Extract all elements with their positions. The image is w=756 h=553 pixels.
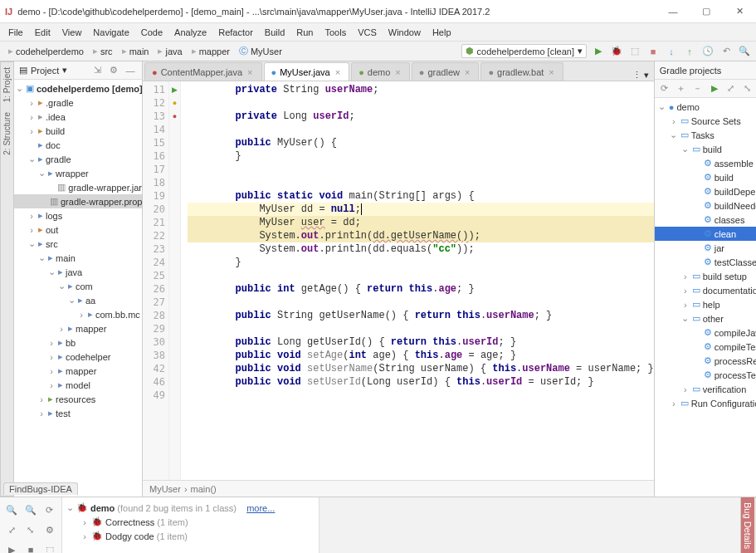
project-tree[interactable]: ⌄▣ codehelperdemo [demo] D:\co›▸ .gradle… [14, 80, 142, 497]
tree-twisty[interactable]: ⌄ [27, 238, 36, 249]
editor-tab[interactable]: ●MyUser.java× [264, 62, 350, 81]
gradle-node[interactable]: ⚙ buildNeeded [655, 198, 756, 213]
gradle-node[interactable]: ⚙ processTestResources [655, 368, 756, 382]
coverage-button[interactable]: ⬚ [628, 45, 641, 58]
editor-tab[interactable]: ●gradlew.bat× [480, 62, 563, 81]
project-node[interactable]: ›▸ model [14, 378, 142, 392]
findbugs-toolbar-button[interactable]: ▶ [3, 541, 21, 553]
menu-analyze[interactable]: Analyze [169, 26, 212, 39]
tree-twisty[interactable]: › [27, 98, 36, 108]
run-task-icon[interactable]: ▶ [708, 82, 721, 95]
history-button[interactable]: 🕓 [701, 45, 715, 58]
findbugs-toolbar-button[interactable]: ⚙ [41, 521, 58, 539]
tree-twisty[interactable]: › [27, 126, 36, 136]
tree-twisty[interactable]: ⌄ [670, 130, 678, 140]
attach-icon[interactable]: ＋ [675, 82, 688, 95]
project-node[interactable]: ›▸ mapper [14, 321, 142, 335]
chevron-down-icon[interactable]: ▾ [62, 65, 67, 76]
editor-tab[interactable]: ●ContentMapper.java× [144, 62, 262, 81]
code-editor[interactable]: private String userName; private Long us… [181, 81, 654, 480]
tree-twisty[interactable]: ⌄ [16, 83, 23, 94]
findbugs-tree[interactable]: ⌄ 🐞 demo (found 2 bug items in 1 class) … [62, 497, 319, 553]
tree-twisty[interactable]: ⌄ [27, 154, 36, 164]
gradle-node[interactable]: ›▭ Run Configurations [655, 396, 756, 410]
gradle-node[interactable]: ⚙ classes [655, 213, 756, 227]
editor-tab[interactable]: ●gradlew× [412, 62, 480, 81]
project-node[interactable]: ⌄▸ aa [14, 293, 142, 307]
findbugs-category[interactable]: ›🐞 Correctness (1 item) [66, 515, 315, 529]
gradle-tree[interactable]: ⌄● demo›▭ Source Sets⌄▭ Tasks⌄▭ build ⚙ … [655, 98, 756, 497]
gradle-node[interactable]: ⚙ jar [655, 241, 756, 255]
menu-build[interactable]: Build [260, 26, 290, 39]
close-button[interactable]: ✕ [723, 0, 756, 23]
tree-twisty[interactable]: › [27, 225, 36, 235]
minimize-button[interactable]: — [656, 0, 690, 23]
editor-breadcrumb[interactable]: MyUser › main() [143, 480, 654, 497]
tree-twisty[interactable]: ⌄ [37, 168, 46, 179]
project-root[interactable]: codehelperdemo [demo] [37, 84, 142, 94]
menu-run[interactable]: Run [291, 26, 318, 39]
breadcrumb-item[interactable]: ▸src [90, 45, 116, 57]
tree-twisty[interactable]: ⌄ [47, 267, 56, 277]
crumb-method[interactable]: main() [191, 484, 217, 494]
project-node[interactable]: ›▸ com.bb.mc [14, 307, 142, 321]
breadcrumb-item[interactable]: ▸mapper [188, 45, 233, 57]
findbugs-toolbar-button[interactable]: 🔍 [3, 501, 21, 519]
project-node[interactable]: ⌄▸ gradle [14, 152, 142, 166]
project-node[interactable]: ›▸ build [14, 124, 142, 138]
findbugs-toolbar-button[interactable]: ⟳ [41, 501, 58, 519]
project-node[interactable]: ⌄▸ java [14, 265, 142, 279]
project-node[interactable]: ▥ gradle-wrapper.jar [14, 180, 142, 194]
project-node[interactable]: ›▸ mapper [14, 364, 142, 378]
debug-button[interactable]: 🐞 [610, 45, 623, 58]
gradle-node[interactable]: ›▭ build setup [655, 269, 756, 283]
findbugs-toolbar-button[interactable]: 🔍 [22, 501, 40, 519]
gradle-node[interactable]: ⚙ compileTestJava [655, 340, 756, 354]
project-node[interactable]: ›▸ bb [14, 335, 142, 350]
gradle-node[interactable]: ⚙ compileJava [655, 325, 756, 340]
revert-button[interactable]: ↶ [719, 45, 733, 58]
left-tab-project[interactable]: 1: Project [1, 62, 13, 107]
findbugs-more-link[interactable]: more... [246, 503, 275, 513]
tree-twisty[interactable]: ⌄ [66, 502, 74, 513]
menu-tools[interactable]: Tools [319, 26, 351, 39]
run-button[interactable]: ▶ [592, 45, 605, 58]
tree-twisty[interactable]: › [37, 409, 46, 418]
search-icon[interactable]: 🔍 [738, 45, 751, 58]
gradle-node[interactable]: ⌄▭ other [655, 311, 756, 325]
project-node[interactable]: ⌄▸ com [14, 279, 142, 293]
menu-view[interactable]: View [57, 26, 87, 39]
tree-twisty[interactable]: ⌄ [37, 252, 46, 263]
run-config-selector[interactable]: ⬢ codehelperdemo [clean] ▾ [461, 44, 587, 58]
tree-twisty[interactable]: › [37, 394, 46, 404]
findbugs-toolbar-button[interactable]: ⤡ [22, 521, 40, 539]
findbugs-root[interactable]: demo [90, 503, 115, 513]
gradle-node[interactable]: ›▭ verification [655, 382, 756, 396]
tree-twisty[interactable]: › [80, 531, 89, 541]
menu-navigate[interactable]: Navigate [88, 26, 134, 39]
gradle-node[interactable]: ⚙ testClasses [655, 255, 756, 269]
project-node[interactable]: ›▸ .idea [14, 110, 142, 124]
tree-twisty[interactable]: › [47, 352, 56, 362]
gradle-node[interactable]: ⚙ buildDependents [655, 184, 756, 198]
gutter-icons[interactable]: ▶ ●● [169, 81, 181, 480]
gradle-node[interactable]: ⚙ assemble [655, 156, 756, 170]
crumb-class[interactable]: MyUser [149, 484, 181, 494]
tree-twisty[interactable]: › [77, 310, 85, 320]
gradle-node[interactable]: ⚙ build [655, 170, 756, 184]
tree-twisty[interactable]: › [670, 116, 678, 126]
gradle-node[interactable]: ›▭ help [655, 297, 756, 311]
close-tab-icon[interactable]: × [463, 67, 471, 77]
tree-twisty[interactable]: ⌄ [658, 101, 666, 112]
tree-twisty[interactable]: › [47, 366, 56, 376]
findbugs-tool-title[interactable]: FindBugs-IDEA [3, 482, 78, 495]
tree-twisty[interactable]: › [27, 211, 36, 221]
project-node[interactable]: ›▸ test [14, 406, 142, 420]
expand-icon[interactable]: ⤢ [724, 82, 738, 95]
project-node[interactable]: ▥ gradle-wrapper.prop [14, 194, 142, 208]
gradle-node[interactable]: ⚙ processResources [655, 354, 756, 368]
tree-twisty[interactable]: › [27, 112, 36, 122]
close-tab-icon[interactable]: × [547, 67, 555, 77]
project-node[interactable]: ⌄▸ wrapper [14, 166, 142, 180]
project-node[interactable]: ›▸ logs [14, 208, 142, 223]
